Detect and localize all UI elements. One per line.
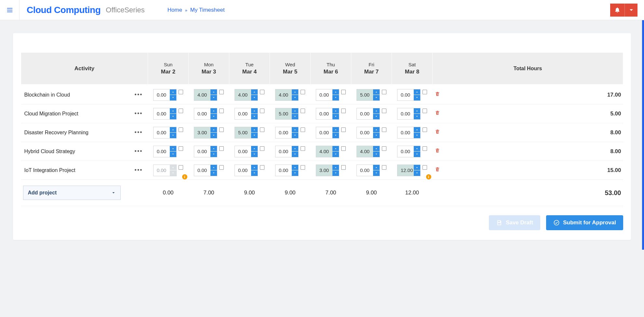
hour-down-button[interactable] [210,133,217,138]
hour-input[interactable] [397,146,414,157]
hour-down-button[interactable] [210,95,217,100]
hour-down-button[interactable] [170,152,176,157]
hour-up-button[interactable] [332,146,339,152]
hour-input[interactable] [275,165,292,176]
note-icon[interactable] [179,90,183,94]
hour-down-button[interactable] [292,95,298,100]
note-icon[interactable] [341,109,346,113]
hour-up-button[interactable] [210,165,217,171]
hour-down-button[interactable] [373,95,380,100]
hour-down-button[interactable] [251,152,258,157]
hour-down-button[interactable] [292,114,298,119]
hour-input[interactable] [275,146,292,157]
note-icon[interactable] [219,165,224,170]
hour-input[interactable] [154,146,170,157]
note-icon[interactable] [179,127,183,132]
hour-input[interactable] [194,89,210,100]
hour-down-button[interactable] [251,114,258,119]
note-icon[interactable] [301,165,305,170]
row-menu-button[interactable]: ••• [133,110,145,117]
note-icon[interactable] [382,109,386,113]
delete-row-button[interactable] [435,129,440,136]
hour-down-button[interactable] [292,170,298,176]
hour-input[interactable] [397,89,414,100]
menu-toggle[interactable] [0,0,20,20]
note-icon[interactable] [341,90,346,94]
note-icon[interactable] [341,127,346,132]
note-icon[interactable] [382,165,386,170]
note-icon[interactable] [382,146,386,151]
hour-up-button[interactable] [373,146,380,152]
notification-dropdown-button[interactable] [624,4,637,17]
note-icon[interactable] [301,127,305,132]
hour-up-button[interactable] [251,146,258,152]
hour-down-button[interactable] [210,114,217,119]
note-icon[interactable] [260,109,264,113]
hour-down-button[interactable] [414,170,420,176]
hour-input[interactable] [154,89,170,100]
hour-down-button[interactable] [332,114,339,119]
hour-input[interactable] [275,89,292,100]
hour-down-button[interactable] [170,170,176,176]
hour-input[interactable] [154,127,170,138]
hour-down-button[interactable] [373,170,380,176]
hour-input[interactable] [194,108,210,119]
hour-up-button[interactable] [373,108,380,114]
hour-input[interactable] [235,146,251,157]
hour-up-button[interactable] [292,127,298,133]
note-icon[interactable] [301,90,305,94]
note-icon[interactable] [219,127,224,132]
delete-row-button[interactable] [435,110,440,117]
hour-input[interactable] [154,108,170,119]
note-icon[interactable] [341,165,346,170]
note-icon[interactable] [301,146,305,151]
note-icon[interactable] [260,127,264,132]
hour-input[interactable] [316,89,332,100]
hour-up-button[interactable] [292,165,298,171]
note-icon[interactable] [219,146,224,151]
hour-up-button[interactable] [414,108,420,114]
hour-input[interactable] [194,165,210,176]
note-icon[interactable] [423,165,427,170]
hour-down-button[interactable] [373,152,380,157]
hour-down-button[interactable] [414,133,420,138]
hour-down-button[interactable] [373,114,380,119]
hour-up-button[interactable] [292,108,298,114]
hour-up-button[interactable] [332,165,339,171]
hour-up-button[interactable] [414,89,420,95]
hour-input[interactable] [275,108,292,119]
hour-down-button[interactable] [414,95,420,100]
hour-input[interactable] [235,127,251,138]
hour-input[interactable] [235,89,251,100]
note-icon[interactable] [341,146,346,151]
note-icon[interactable] [423,127,427,132]
hour-input[interactable] [235,108,251,119]
hour-up-button[interactable] [292,89,298,95]
hour-up-button[interactable] [414,127,420,133]
hour-up-button[interactable] [170,108,176,114]
hour-up-button[interactable] [170,146,176,152]
hour-input[interactable] [154,165,170,176]
hour-down-button[interactable] [170,133,176,138]
hour-input[interactable] [316,127,332,138]
row-menu-button[interactable]: ••• [133,167,145,174]
row-menu-button[interactable]: ••• [133,129,145,136]
hour-input[interactable] [397,165,414,176]
hour-input[interactable] [235,165,251,176]
note-icon[interactable] [260,165,264,170]
hour-down-button[interactable] [373,133,380,138]
hour-up-button[interactable] [373,89,380,95]
breadcrumb-home[interactable]: Home [168,7,182,13]
hour-input[interactable] [316,108,332,119]
delete-row-button[interactable] [435,148,440,154]
note-icon[interactable] [301,109,305,113]
note-icon[interactable] [382,127,386,132]
hour-down-button[interactable] [251,170,258,176]
hour-down-button[interactable] [332,152,339,157]
hour-up-button[interactable] [251,108,258,114]
delete-row-button[interactable] [435,167,440,173]
notification-bell-button[interactable] [610,4,624,17]
hour-up-button[interactable] [373,165,380,171]
submit-approval-button[interactable]: Submit for Approval [546,215,623,230]
hour-input[interactable] [357,89,373,100]
